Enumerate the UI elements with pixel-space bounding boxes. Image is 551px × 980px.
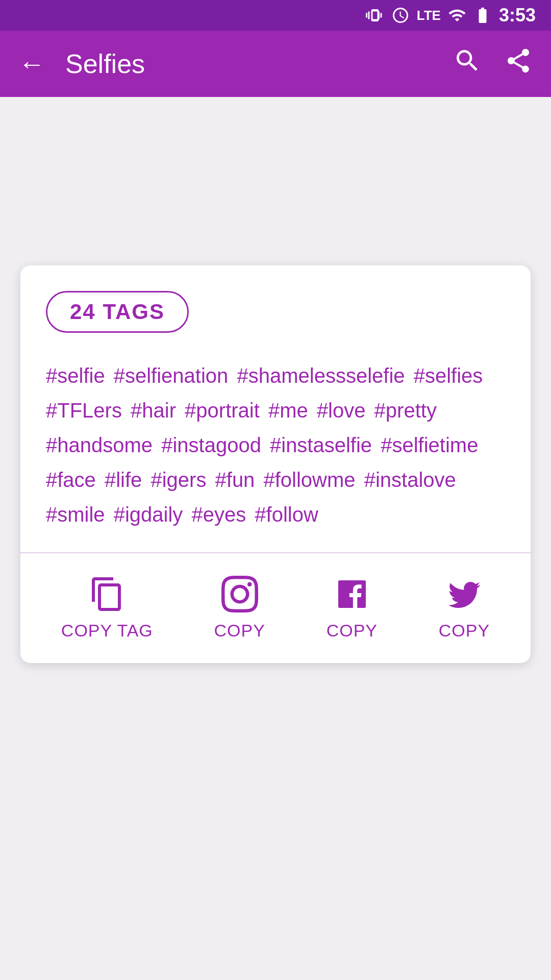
- copy-twitter-label: COPY: [439, 621, 490, 641]
- ad-area: [0, 97, 551, 250]
- alarm-icon: [391, 6, 410, 24]
- copy-tag-icon: [89, 576, 126, 612]
- page-title: Selfies: [65, 48, 453, 79]
- signal-icon: [448, 6, 466, 24]
- app-bar-actions: [453, 46, 533, 81]
- copy-instagram-button[interactable]: COPY: [214, 576, 265, 641]
- tags-count: 24 TAGS: [70, 300, 165, 324]
- instagram-icon: [221, 576, 258, 612]
- main-content: 24 TAGS #selfie #selfienation #shameless…: [0, 250, 551, 678]
- copy-tag-label: COPY TAG: [61, 621, 153, 641]
- app-bar: ← Selfies: [0, 31, 551, 97]
- status-icons: LTE 3:53: [366, 5, 536, 26]
- copy-facebook-button[interactable]: COPY: [327, 576, 378, 641]
- copy-instagram-label: COPY: [214, 621, 265, 641]
- back-button[interactable]: ←: [18, 51, 45, 77]
- battery-icon: [473, 6, 492, 24]
- action-bar: COPY TAG COPY COPY COPY: [20, 553, 531, 663]
- tags-badge: 24 TAGS: [46, 291, 189, 333]
- share-button[interactable]: [504, 46, 533, 81]
- search-button[interactable]: [453, 46, 482, 81]
- twitter-icon: [446, 576, 483, 612]
- lte-icon: LTE: [417, 8, 441, 23]
- facebook-icon: [334, 576, 370, 612]
- vibrate-icon: [366, 6, 384, 24]
- copy-facebook-label: COPY: [327, 621, 378, 641]
- hashtag-text: #selfie #selfienation #shamelessselefie …: [46, 358, 505, 532]
- status-time: 3:53: [499, 5, 536, 26]
- copy-tag-button[interactable]: COPY TAG: [61, 576, 153, 641]
- copy-twitter-button[interactable]: COPY: [439, 576, 490, 641]
- card-body: 24 TAGS #selfie #selfienation #shameless…: [20, 265, 531, 552]
- status-bar: LTE 3:53: [0, 0, 551, 31]
- hashtag-card: 24 TAGS #selfie #selfienation #shameless…: [20, 265, 531, 663]
